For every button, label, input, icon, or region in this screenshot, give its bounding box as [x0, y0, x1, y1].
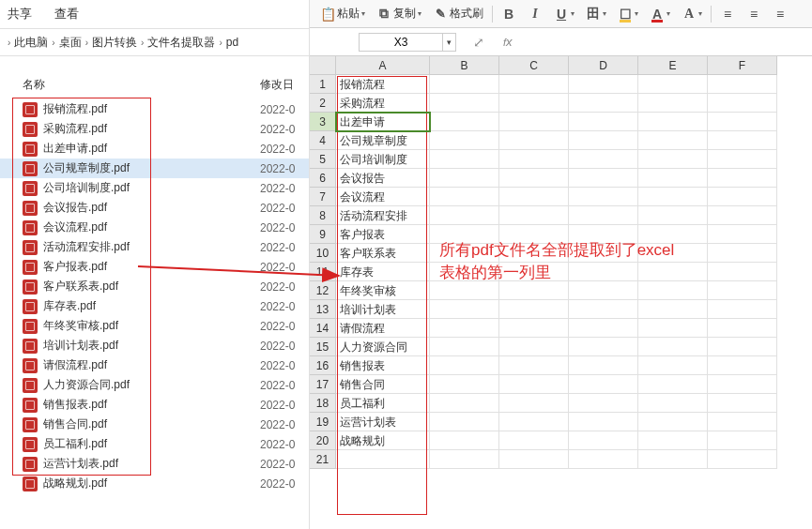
breadcrumb-item[interactable]: 此电脑 [14, 35, 48, 51]
row-header[interactable]: 3 [310, 113, 336, 131]
cell[interactable] [569, 113, 638, 131]
cell[interactable] [499, 281, 569, 300]
cell[interactable] [569, 206, 638, 225]
row-header[interactable]: 18 [310, 394, 336, 413]
file-row[interactable]: 会议流程.pdf2022-0 [0, 218, 309, 237]
file-row[interactable]: 报销流程.pdf2022-0 [0, 99, 309, 119]
paste-button[interactable]: 📋 粘贴 ▾ [315, 3, 370, 24]
file-row[interactable]: 客户报表.pdf2022-0 [0, 257, 309, 277]
font-color-button[interactable]: A▾ [645, 4, 675, 24]
cell[interactable] [708, 281, 777, 300]
cell[interactable] [569, 150, 638, 169]
cell[interactable] [430, 394, 499, 413]
italic-button[interactable]: I [523, 4, 547, 24]
fill-color-button[interactable]: ☐▾ [613, 4, 643, 24]
column-header-d[interactable]: D [569, 56, 638, 75]
cell[interactable] [499, 394, 569, 413]
copy-button[interactable]: ⧉ 复制 ▾ [372, 3, 426, 24]
cell[interactable] [708, 450, 777, 469]
cell[interactable] [708, 431, 777, 450]
breadcrumb-item[interactable]: pd [226, 36, 238, 49]
row-header[interactable]: 15 [310, 338, 336, 356]
file-row[interactable]: 销售合同.pdf2022-0 [0, 415, 309, 434]
row-header[interactable]: 17 [310, 375, 336, 394]
cell[interactable] [569, 281, 638, 300]
file-row[interactable]: 运营计划表.pdf2022-0 [0, 454, 309, 474]
row-header[interactable]: 11 [310, 263, 336, 281]
cell[interactable] [569, 431, 638, 450]
cell[interactable] [708, 150, 777, 169]
cell[interactable] [499, 94, 569, 113]
cell[interactable] [430, 356, 499, 375]
cell[interactable] [708, 206, 777, 225]
cell-a21[interactable] [336, 450, 430, 469]
file-row[interactable]: 客户联系表.pdf2022-0 [0, 277, 309, 296]
file-row[interactable]: 员工福利.pdf2022-0 [0, 434, 309, 454]
file-row[interactable]: 活动流程安排.pdf2022-0 [0, 237, 309, 257]
cell[interactable] [638, 450, 708, 469]
cell[interactable] [430, 431, 499, 450]
cell-a6[interactable]: 会议报告 [336, 169, 430, 188]
cell-a12[interactable]: 年终奖审核 [336, 281, 430, 300]
fx-label[interactable]: fx [503, 35, 513, 49]
cell[interactable] [708, 169, 777, 188]
cell[interactable] [499, 131, 569, 150]
cell[interactable] [708, 338, 777, 356]
cell[interactable] [430, 113, 499, 131]
cell[interactable] [569, 300, 638, 319]
cell[interactable] [708, 94, 777, 113]
cell[interactable] [638, 94, 708, 113]
cell[interactable] [499, 375, 569, 394]
cell[interactable] [638, 431, 708, 450]
cell-a10[interactable]: 客户联系表 [336, 244, 430, 263]
cell[interactable] [430, 281, 499, 300]
file-row[interactable]: 库存表.pdf2022-0 [0, 296, 309, 316]
column-name[interactable]: 名称 [8, 77, 260, 93]
cell[interactable] [430, 150, 499, 169]
cell[interactable] [430, 375, 499, 394]
cell[interactable] [638, 206, 708, 225]
breadcrumb[interactable]: › 此电脑 › 桌面 › 图片转换 › 文件名提取器 › pd [0, 28, 309, 56]
cell[interactable] [569, 131, 638, 150]
cell-a5[interactable]: 公司培训制度 [336, 150, 430, 169]
row-header[interactable]: 9 [310, 225, 336, 244]
cell[interactable] [638, 394, 708, 413]
cell[interactable] [569, 338, 638, 356]
cell[interactable] [569, 413, 638, 431]
file-row[interactable]: 会议报告.pdf2022-0 [0, 198, 309, 218]
cell[interactable] [430, 75, 499, 94]
cell-a3[interactable]: 出差申请 [336, 113, 430, 131]
column-header-b[interactable]: B [430, 56, 499, 75]
align-right-button[interactable]: ≡ [768, 4, 792, 24]
file-row[interactable]: 采购流程.pdf2022-0 [0, 119, 309, 139]
cell[interactable] [430, 413, 499, 431]
expand-button[interactable]: ⤢ [467, 31, 490, 53]
cell[interactable] [708, 225, 777, 244]
cell[interactable] [638, 338, 708, 356]
cell[interactable] [638, 131, 708, 150]
row-header[interactable]: 1 [310, 75, 336, 94]
cell-a15[interactable]: 人力资源合同 [336, 338, 430, 356]
cell[interactable] [499, 75, 569, 94]
underline-button[interactable]: U▾ [549, 4, 579, 24]
cell[interactable] [499, 356, 569, 375]
row-header[interactable]: 4 [310, 131, 336, 150]
row-header[interactable]: 12 [310, 281, 336, 300]
cell[interactable] [569, 319, 638, 338]
cell[interactable] [430, 206, 499, 225]
cell[interactable] [499, 206, 569, 225]
file-row[interactable]: 培训计划表.pdf2022-0 [0, 336, 309, 355]
row-header[interactable]: 2 [310, 94, 336, 113]
cell[interactable] [569, 169, 638, 188]
cell[interactable] [638, 319, 708, 338]
cell-a20[interactable]: 战略规划 [336, 431, 430, 450]
align-center-button[interactable]: ≡ [742, 4, 766, 24]
file-row[interactable]: 出差申请.pdf2022-0 [0, 139, 309, 159]
menu-share[interactable]: 共享 [8, 6, 32, 23]
cell[interactable] [638, 150, 708, 169]
cell[interactable] [430, 169, 499, 188]
cell-a8[interactable]: 活动流程安排 [336, 206, 430, 225]
cell[interactable] [638, 300, 708, 319]
align-left-button[interactable]: ≡ [715, 4, 740, 24]
cell[interactable] [569, 450, 638, 469]
